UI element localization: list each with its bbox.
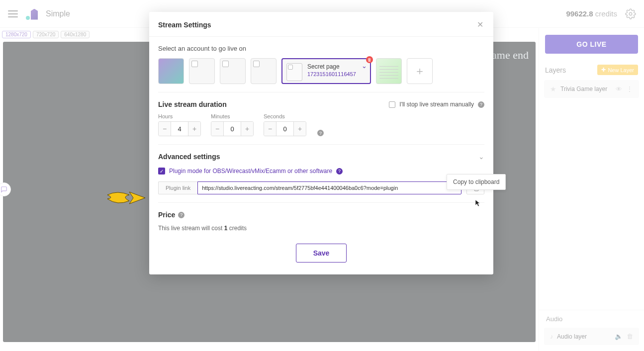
- chevron-down-icon: ⌄: [478, 153, 484, 161]
- copy-tooltip: Copy to clipboard: [447, 174, 506, 190]
- price-title: Price: [158, 211, 175, 219]
- save-button[interactable]: Save: [296, 244, 347, 263]
- help-icon[interactable]: ?: [336, 168, 343, 175]
- increment-button[interactable]: +: [294, 122, 306, 136]
- decrement-button[interactable]: −: [159, 122, 171, 136]
- hours-value[interactable]: 4: [171, 122, 188, 136]
- account-option[interactable]: [158, 58, 184, 84]
- account-list: 🗑 Secret page 1723151601116457 ⌄ ＋: [158, 58, 484, 84]
- price-text-post: credits: [227, 225, 247, 232]
- close-icon[interactable]: ✕: [475, 20, 484, 29]
- manual-stop-label: I'll stop live stream manually: [399, 101, 474, 108]
- account-option[interactable]: [251, 58, 276, 84]
- account-option[interactable]: [376, 58, 402, 84]
- hours-stepper: − 4 +: [158, 121, 201, 136]
- accounts-heading: Select an account to go live on: [158, 45, 484, 52]
- add-account-button[interactable]: ＋: [407, 58, 433, 84]
- advanced-title: Advanced settings: [158, 153, 220, 161]
- selected-account-name: Secret page: [307, 63, 356, 70]
- selected-account-id: 1723151601116457: [307, 71, 356, 77]
- seconds-value[interactable]: 0: [276, 122, 294, 136]
- modal-title: Stream Settings: [158, 21, 211, 29]
- minutes-value[interactable]: 0: [223, 122, 241, 136]
- price-text: This live stream will cost 1 credits: [158, 225, 484, 232]
- manual-stop-checkbox[interactable]: I'll stop live stream manually ?: [389, 101, 484, 108]
- remove-account-icon[interactable]: 🗑: [366, 56, 373, 63]
- help-icon[interactable]: ?: [478, 101, 484, 108]
- duration-title: Live stream duration: [158, 100, 227, 108]
- decrement-button[interactable]: −: [211, 122, 223, 136]
- plugin-mode-label: Plugin mode for OBS/Wirecast/vMix/Ecamm …: [169, 168, 332, 175]
- help-icon[interactable]: ?: [178, 212, 184, 218]
- minutes-stepper: − 0 +: [211, 121, 254, 136]
- seconds-stepper: − 0 +: [264, 121, 306, 136]
- hours-label: Hours: [158, 113, 201, 119]
- plugin-link-input[interactable]: [197, 181, 461, 194]
- increment-button[interactable]: +: [188, 122, 200, 136]
- checkbox-empty-icon: [389, 101, 395, 108]
- stream-settings-modal: Stream Settings ✕ Select an account to g…: [149, 12, 493, 274]
- decrement-button[interactable]: −: [264, 122, 276, 136]
- seconds-label: Seconds: [264, 113, 306, 119]
- plugin-link-label: Plugin link: [158, 181, 197, 194]
- chevron-down-icon[interactable]: ⌄: [362, 62, 367, 70]
- account-selected[interactable]: 🗑 Secret page 1723151601116457 ⌄: [281, 58, 371, 84]
- help-icon[interactable]: ?: [317, 130, 324, 136]
- account-option[interactable]: [220, 58, 246, 84]
- minutes-label: Minutes: [211, 113, 254, 119]
- account-option[interactable]: [189, 58, 215, 84]
- plugin-mode-checkbox[interactable]: ✓: [158, 168, 165, 175]
- price-text-pre: This live stream will cost: [158, 225, 224, 232]
- advanced-toggle[interactable]: Advanced settings ⌄: [158, 153, 484, 161]
- increment-button[interactable]: +: [241, 122, 253, 136]
